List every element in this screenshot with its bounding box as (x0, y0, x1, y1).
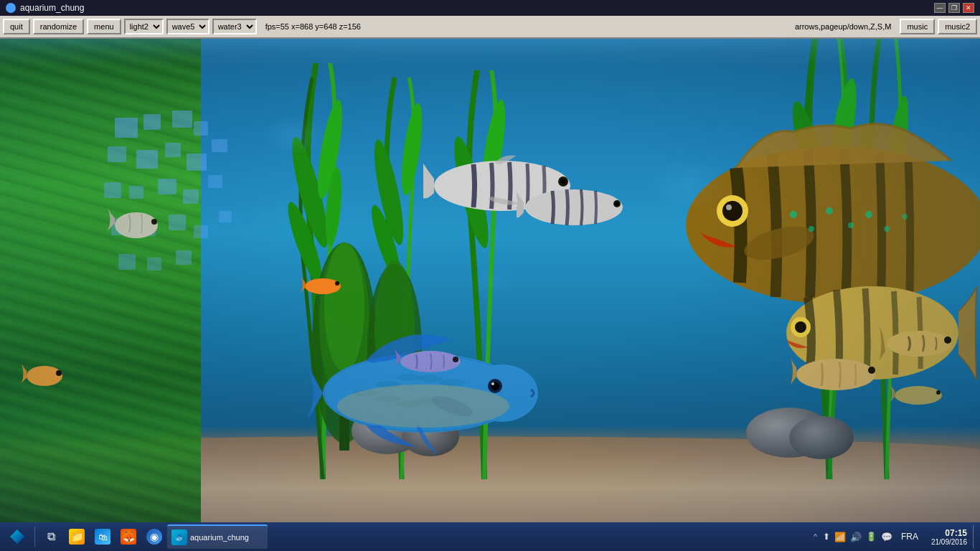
svg-point-52 (615, 202, 619, 206)
task-view-button[interactable]: ⧉ (38, 524, 64, 549)
toolbar: quit randomize menu light2 wave5 water3 … (0, 16, 980, 39)
system-tray: ^ ⬆ 📶 🔊 🔋 💬 (814, 532, 897, 542)
tray-upload-icon[interactable]: ⬆ (823, 532, 830, 542)
tray-volume-icon[interactable]: 🔊 (850, 532, 862, 542)
light-select[interactable]: light2 (124, 19, 164, 34)
svg-point-30 (848, 222, 854, 228)
shortcut-text: arrows,pageup/down,Z,S,M (789, 22, 897, 31)
svg-point-44 (491, 382, 494, 385)
close-button[interactable]: ✕ (963, 3, 974, 13)
svg-point-32 (884, 226, 890, 232)
water-select[interactable]: water3 (212, 19, 257, 34)
cortana-button[interactable]: ◉ (141, 524, 167, 549)
title-bar: aquarium_chung — ❐ ✕ (0, 0, 980, 16)
svg-point-31 (865, 211, 872, 218)
svg-point-27 (790, 211, 797, 218)
taskbar-divider-1 (34, 527, 35, 547)
show-desktop-button[interactable] (973, 524, 977, 549)
app-icon (6, 3, 16, 13)
small-fish-topleft (104, 197, 161, 254)
svg-point-29 (826, 207, 833, 215)
svg-point-28 (809, 226, 814, 232)
minimize-button[interactable]: — (934, 3, 946, 13)
restore-button[interactable]: ❐ (948, 3, 960, 13)
tray-network-icon[interactable]: 📶 (834, 532, 846, 542)
svg-point-54 (453, 357, 458, 362)
svg-point-60 (335, 281, 339, 286)
fish-background-small (789, 354, 882, 394)
small-fish-orange (301, 276, 344, 297)
clock-area[interactable]: 07:15 21/09/2016 (923, 528, 973, 546)
svg-point-63 (895, 386, 942, 405)
wave-select[interactable]: wave5 (166, 19, 209, 34)
betta-fish (308, 321, 538, 465)
small-fish-center (395, 347, 466, 376)
clock-date: 21/09/2016 (931, 538, 967, 546)
firefox-button[interactable]: 🦊 (116, 524, 141, 549)
svg-point-61 (796, 359, 875, 390)
aquarium-viewport[interactable] (0, 39, 980, 522)
svg-point-56 (151, 219, 157, 225)
menu-button[interactable]: menu (87, 19, 121, 34)
music2-button[interactable]: music2 (938, 19, 977, 34)
rock-4 (789, 416, 854, 459)
language-indicator[interactable]: FRA (897, 532, 923, 542)
store-icon: 🛍 (95, 529, 110, 545)
svg-point-5 (397, 102, 426, 197)
quit-button[interactable]: quit (3, 19, 30, 34)
svg-point-57 (27, 366, 62, 386)
firefox-icon: 🦊 (121, 529, 136, 545)
file-explorer-button[interactable]: 📁 (64, 524, 90, 549)
task-view-icon: ⧉ (43, 529, 59, 545)
svg-point-33 (902, 214, 908, 220)
cortana-icon: ◉ (146, 529, 162, 545)
svg-point-37 (887, 331, 951, 357)
file-explorer-icon: 📁 (69, 529, 85, 545)
svg-point-25 (722, 201, 743, 221)
aquarium-taskbar-label: aquarium_chung (190, 533, 249, 542)
taskbar: ⧉ 📁 🛍 🦊 ◉ 🐟 aquarium_chung ^ ⬆ 📶 🔊 🔋 💬 F… (0, 522, 980, 551)
randomize-button[interactable]: randomize (33, 19, 84, 34)
fish-distant-1 (890, 383, 947, 408)
svg-point-55 (115, 212, 158, 238)
svg-point-50 (525, 189, 623, 225)
aquarium-taskbar-button[interactable]: 🐟 aquarium_chung (167, 524, 268, 549)
clock-time: 07:15 (945, 528, 967, 538)
store-button[interactable]: 🛍 (90, 524, 116, 549)
tray-battery-icon[interactable]: 🔋 (866, 532, 877, 542)
svg-point-64 (936, 390, 941, 395)
svg-point-26 (726, 204, 732, 210)
svg-point-36 (795, 321, 806, 333)
zebra-fish-2 (517, 182, 631, 232)
tray-expand-button[interactable]: ^ (814, 533, 817, 541)
tray-notification-icon[interactable]: 💬 (881, 532, 892, 542)
aquarium-taskbar-icon: 🐟 (171, 529, 187, 545)
svg-point-38 (944, 336, 951, 344)
svg-point-62 (868, 367, 875, 374)
small-fish-left-bottom (22, 362, 65, 390)
svg-point-58 (56, 370, 62, 376)
window-title: aquarium_chung (20, 3, 934, 13)
small-fish-right (880, 326, 966, 362)
status-text: fps=55 x=868 y=648 z=156 (260, 22, 786, 31)
title-controls: — ❐ ✕ (934, 3, 974, 13)
start-button[interactable] (3, 526, 32, 547)
music-button[interactable]: music (900, 19, 935, 34)
svg-point-59 (305, 278, 341, 294)
svg-point-46 (337, 385, 509, 428)
windows-logo-icon (10, 529, 24, 544)
